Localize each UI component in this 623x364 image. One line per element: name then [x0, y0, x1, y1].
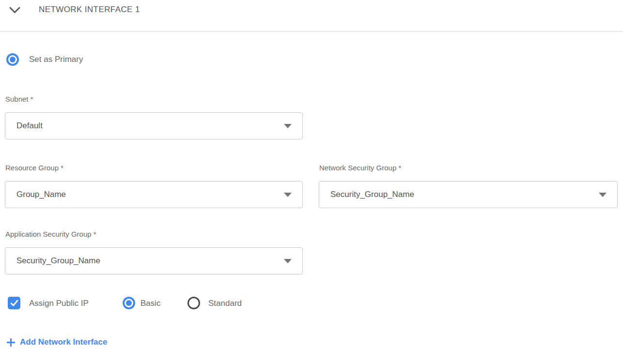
resource-group-dropdown[interactable]: Group_Name [5, 181, 303, 208]
standard-radio[interactable] [187, 297, 200, 309]
resource-group-value: Group_Name [16, 190, 66, 199]
application-security-group-label: Application Security Group * [5, 230, 96, 238]
set-as-primary-option: Set as Primary [6, 53, 19, 66]
radio-dot [126, 300, 132, 306]
dropdown-arrow-icon [284, 124, 292, 128]
standard-radio-label: Standard [208, 297, 242, 310]
basic-radio-label: Basic [140, 297, 161, 310]
resource-group-label: Resource Group * [5, 164, 63, 172]
network-interface-panel: NETWORK INTERFACE 1 Set as Primary Subne… [0, 0, 623, 364]
subnet-value: Default [16, 121, 43, 131]
add-network-interface-label: Add Network Interface [20, 337, 107, 347]
section-divider [0, 31, 623, 32]
application-security-group-value: Security_Group_Name [16, 256, 100, 266]
plus-icon [7, 338, 15, 347]
application-security-group-dropdown[interactable]: Security_Group_Name [5, 247, 303, 274]
radio-dot [10, 57, 16, 62]
chevron-down-icon-svg [9, 6, 21, 14]
dropdown-arrow-icon [284, 259, 292, 263]
section-header-network-interface-1[interactable]: NETWORK INTERFACE 1 [0, 0, 623, 16]
dropdown-arrow-icon [284, 193, 292, 197]
dropdown-arrow-icon [599, 193, 607, 197]
set-as-primary-radio[interactable] [6, 53, 19, 66]
assign-public-ip-checkbox[interactable] [8, 297, 20, 309]
network-security-group-dropdown[interactable]: Security_Group_Name [319, 181, 618, 208]
section-title: NETWORK INTERFACE 1 [39, 5, 140, 15]
network-security-group-label: Network Security Group * [319, 164, 401, 172]
add-network-interface-button[interactable]: Add Network Interface [7, 336, 107, 348]
basic-radio[interactable] [123, 297, 135, 309]
assign-public-ip-label: Assign Public IP [29, 297, 89, 310]
subnet-label: Subnet * [5, 95, 33, 103]
set-as-primary-label: Set as Primary [29, 53, 83, 66]
network-security-group-value: Security_Group_Name [330, 190, 414, 199]
subnet-dropdown[interactable]: Default [5, 112, 303, 139]
public-ip-options-row: Assign Public IP Basic Standard [0, 297, 623, 310]
checkmark-icon [10, 300, 18, 306]
chevron-down-icon[interactable] [9, 6, 21, 14]
